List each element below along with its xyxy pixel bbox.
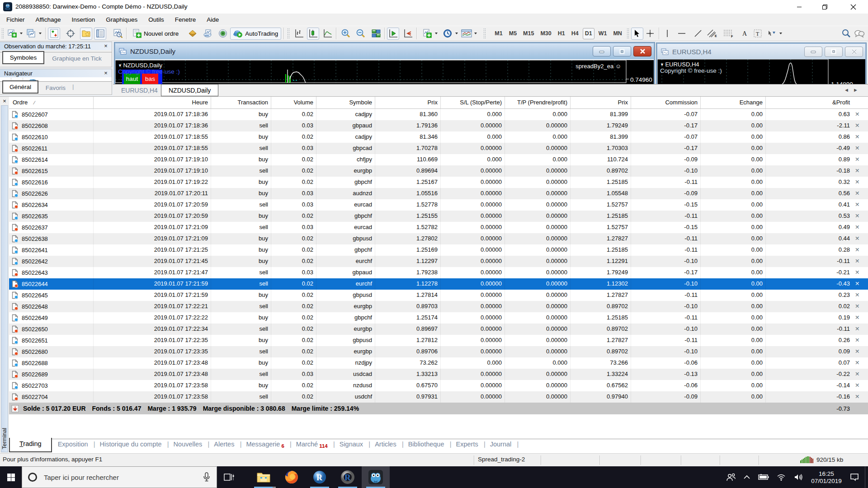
menu-item[interactable]: Aide <box>201 14 224 26</box>
order-row[interactable]: 85022634 2019.01.07 17:20:59 sell 0.03 e… <box>9 199 868 211</box>
wifi-icon[interactable] <box>772 466 790 488</box>
eurusd-titlebar[interactable]: EURUSD,H4 <box>657 44 865 59</box>
show-desktop-button[interactable] <box>865 466 868 488</box>
order-row[interactable]: 85022649 2019.01.07 17:22:22 buy 0.02 gb… <box>9 312 868 324</box>
eurusd-minimize-button[interactable] <box>804 47 822 57</box>
order-close-button[interactable]: ✕ <box>853 244 868 256</box>
navigator-button[interactable] <box>80 28 92 40</box>
task-view-button[interactable] <box>218 466 240 488</box>
ea-sell-button[interactable]: bas <box>142 74 158 85</box>
col-header-profit[interactable]: &Profit <box>766 97 853 108</box>
order-close-button[interactable]: ✕ <box>853 380 868 391</box>
timeframe-button[interactable]: W1 <box>596 28 609 39</box>
data-window-button[interactable] <box>64 28 76 40</box>
start-button[interactable] <box>0 466 22 488</box>
terminal-tab[interactable]: Trading <box>9 438 52 452</box>
toolbar-grip[interactable] <box>483 28 486 39</box>
terminal-button[interactable] <box>94 28 106 40</box>
timeframe-button[interactable]: M5 <box>507 28 519 39</box>
col-header-volume[interactable]: Volume <box>271 97 316 108</box>
volume-icon[interactable] <box>790 466 807 488</box>
order-row[interactable]: 85022638 2019.01.07 17:21:09 buy 0.02 gb… <box>9 233 868 244</box>
order-row[interactable]: 85022635 2019.01.07 17:20:59 buy 0.02 gb… <box>9 211 868 222</box>
timeframe-button[interactable]: M30 <box>538 28 553 39</box>
order-row[interactable]: 85022637 2019.01.07 17:21:09 sell 0.03 e… <box>9 222 868 233</box>
order-row[interactable]: 85022644 2019.01.07 17:21:59 sell 0.02 e… <box>9 278 868 290</box>
timeframe-button[interactable]: M1 <box>492 28 505 39</box>
fibonacci-button[interactable]: F <box>722 28 735 40</box>
order-row[interactable]: 85022650 2019.01.07 17:22:34 sell 0.02 e… <box>9 324 868 335</box>
taskbar-r[interactable]: R <box>306 466 334 488</box>
order-row[interactable]: 85022616 2019.01.07 17:19:22 buy 0.02 gb… <box>9 177 868 188</box>
col-header-prix-open[interactable]: Prix <box>375 97 441 108</box>
publisher-button[interactable] <box>202 28 214 40</box>
order-row[interactable]: 85022651 2019.01.07 17:22:35 buy 0.02 gb… <box>9 335 868 346</box>
nzdusd-minimize-button[interactable] <box>593 46 611 56</box>
order-close-button[interactable]: ✕ <box>853 109 868 120</box>
order-row[interactable]: 85022611 2019.01.07 17:18:55 sell 0.03 g… <box>9 143 868 154</box>
order-close-button[interactable]: ✕ <box>853 301 868 312</box>
zoom-out-button[interactable] <box>354 28 367 40</box>
profiles-button[interactable] <box>25 28 37 40</box>
taskbar-rstudio[interactable]: R <box>334 466 362 488</box>
text-label-button[interactable]: T <box>752 28 764 40</box>
tile-windows-button[interactable] <box>370 28 382 40</box>
arrows-button[interactable] <box>766 28 778 40</box>
order-row[interactable]: 85022642 2019.01.07 17:21:45 buy 0.02 eu… <box>9 256 868 267</box>
order-close-button[interactable]: ✕ <box>853 324 868 335</box>
navigator-close-icon[interactable]: × <box>103 70 109 77</box>
tab-scroll-left-icon[interactable]: ◄ <box>844 87 849 93</box>
tab-scroll-right-icon[interactable]: ► <box>853 87 858 93</box>
terminal-tab[interactable]: Experts <box>450 438 484 451</box>
order-row[interactable]: 85022689 2019.01.07 17:23:48 sell 0.03 u… <box>9 369 868 380</box>
menu-item[interactable]: Outils <box>143 14 170 26</box>
terminal-tab[interactable]: Journal <box>484 438 518 451</box>
col-header-tp[interactable]: T/P (Prendre/profit) <box>505 97 571 108</box>
order-close-button[interactable]: ✕ <box>853 154 868 165</box>
order-close-button[interactable]: ✕ <box>853 267 868 278</box>
order-row[interactable]: 85022688 2019.01.07 17:23:48 buy 0.02 nz… <box>9 357 868 369</box>
terminal-tab[interactable]: Nouvelles <box>168 438 208 451</box>
taskbar-metatrader[interactable] <box>362 466 390 488</box>
order-row[interactable]: 85022703 2019.01.07 17:23:58 buy 0.02 nz… <box>9 380 868 391</box>
action-center-icon[interactable] <box>846 466 862 488</box>
taskbar-firefox[interactable] <box>278 466 306 488</box>
cursor-button[interactable] <box>631 28 643 40</box>
timeframe-button[interactable]: MN <box>611 28 624 39</box>
market-watch-button[interactable] <box>48 28 60 40</box>
order-row[interactable]: 85022615 2019.01.07 17:19:10 sell 0.02 e… <box>9 165 868 177</box>
eurusd-restore-button[interactable] <box>825 47 843 57</box>
candlestick-button[interactable] <box>307 28 319 40</box>
order-close-button[interactable]: ✕ <box>853 369 868 380</box>
terminal-tab[interactable]: Signaux <box>334 438 369 451</box>
order-close-button[interactable]: ✕ <box>853 233 868 244</box>
nzdusd-restore-button[interactable] <box>613 46 631 56</box>
order-row[interactable]: 85022643 2019.01.07 17:21:47 sell 0.03 g… <box>9 267 868 278</box>
order-close-button[interactable]: ✕ <box>853 357 868 369</box>
window-restore-button[interactable] <box>814 0 835 14</box>
col-header-sl[interactable]: S/L (Stop/Perte) <box>441 97 505 108</box>
col-header-heure[interactable]: Heure <box>94 97 211 108</box>
toolbar-grip[interactable] <box>1 28 5 39</box>
order-close-button[interactable]: ✕ <box>853 278 868 290</box>
templates-dropdown[interactable] <box>473 28 478 40</box>
timeframe-button[interactable]: H4 <box>569 28 581 39</box>
col-header-symbole[interactable]: Symbole <box>316 97 375 108</box>
zoom-in-button[interactable] <box>340 28 352 40</box>
order-close-button[interactable]: ✕ <box>853 391 868 403</box>
arrows-dropdown[interactable] <box>778 28 783 40</box>
chart-tab-eurusd[interactable]: EURUSD,H4 <box>115 84 164 96</box>
terminal-tab[interactable]: Alertes <box>208 438 240 451</box>
order-row[interactable]: 85022648 2019.01.07 17:22:21 sell 0.02 e… <box>9 301 868 312</box>
terminal-tab[interactable]: Bibliotheque <box>402 438 450 451</box>
horizontal-line-button[interactable] <box>676 28 688 40</box>
nzdusd-titlebar[interactable]: NZDUSD,Daily <box>115 43 654 59</box>
people-icon[interactable] <box>723 466 739 488</box>
timeframe-button[interactable]: H1 <box>556 28 567 39</box>
chat-button[interactable] <box>853 28 865 40</box>
order-row[interactable]: 85022680 2019.01.07 17:23:35 sell 0.02 e… <box>9 346 868 357</box>
col-header-ordre[interactable]: Ordre∕ <box>9 97 94 108</box>
menu-item[interactable]: Fenetre <box>170 14 202 26</box>
order-close-button[interactable]: ✕ <box>853 165 868 177</box>
profiles-dropdown[interactable] <box>38 28 42 40</box>
